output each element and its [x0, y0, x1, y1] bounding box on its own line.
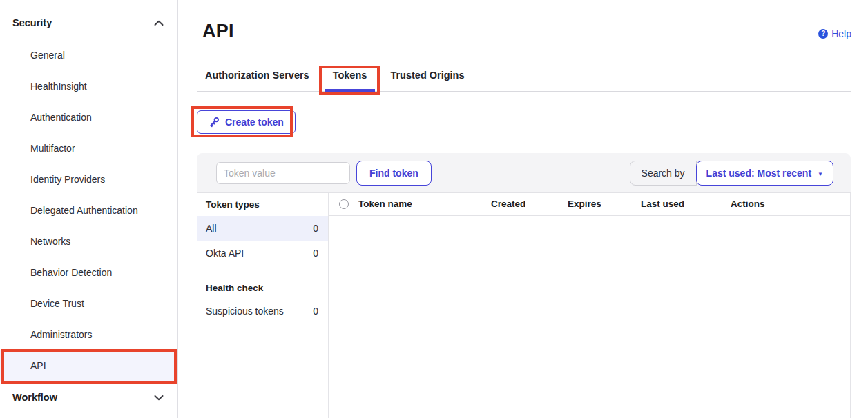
panel-body: Token types All 0 Okta API 0 Health chec… — [197, 193, 851, 418]
token-types-filter: Token types All 0 Okta API 0 Health chec… — [197, 193, 329, 418]
column-header-token-name: Token name — [358, 193, 412, 215]
help-link[interactable]: ? Help — [818, 28, 851, 39]
tab-label: Tokens — [333, 67, 367, 81]
filter-item-label: Suspicious tokens — [206, 306, 284, 317]
filter-item-all[interactable]: All 0 — [197, 216, 328, 241]
find-token-button[interactable]: Find token — [356, 161, 432, 186]
tokens-table: Token name Created Expires Last used Act… — [329, 193, 850, 418]
security-section-label: Security — [12, 17, 52, 28]
sidebar-item-administrators[interactable]: Administrators — [0, 319, 177, 350]
tab-tokens[interactable]: Tokens — [325, 67, 376, 91]
help-link-label: Help — [831, 28, 851, 39]
tab-label: Authorization Servers — [205, 67, 309, 81]
chevron-down-icon — [154, 395, 164, 401]
filter-item-suspicious-tokens[interactable]: Suspicious tokens 0 — [197, 299, 328, 324]
tab-label: Trusted Origins — [390, 67, 464, 81]
tokens-toolbar: Find token Search by Last used: Most rec… — [197, 153, 851, 193]
sidebar-item-behavior-detection[interactable]: Behavior Detection — [0, 257, 177, 288]
key-plus-icon — [209, 117, 220, 128]
sidebar: Security General HealthInsight Authentic… — [0, 0, 178, 418]
search-by-group: Search by Last used: Most recent ▼ — [630, 161, 833, 186]
tabs-row: Authorization Servers Tokens Trusted Ori… — [197, 67, 851, 92]
sidebar-section-security[interactable]: Security — [0, 12, 177, 33]
health-check-title: Health check — [197, 278, 328, 299]
token-value-input[interactable] — [216, 162, 350, 184]
sidebar-item-general[interactable]: General — [0, 40, 177, 71]
sidebar-items: General HealthInsight Authentication Mul… — [0, 40, 177, 381]
search-by-label: Search by — [630, 161, 697, 186]
filter-item-okta-api[interactable]: Okta API 0 — [197, 241, 328, 266]
sidebar-section-workflow[interactable]: Workflow — [0, 387, 177, 408]
column-header-expires: Expires — [568, 193, 601, 215]
help-question-icon: ? — [818, 29, 828, 39]
filter-item-label: All — [206, 223, 217, 234]
column-header-created: Created — [491, 193, 525, 215]
filter-title: Token types — [197, 193, 328, 216]
select-all-radio[interactable] — [339, 199, 349, 209]
tokens-panel: Find token Search by Last used: Most rec… — [197, 153, 851, 418]
tab-authorization-servers[interactable]: Authorization Servers — [197, 67, 318, 91]
sidebar-item-multifactor[interactable]: Multifactor — [0, 133, 177, 164]
table-header-row: Token name Created Expires Last used Act… — [329, 193, 850, 216]
filter-item-count: 0 — [313, 306, 318, 317]
chevron-up-icon — [154, 20, 164, 26]
create-token-button[interactable]: Create token — [197, 110, 296, 134]
chevron-down-icon: ▼ — [818, 171, 823, 177]
sidebar-item-identity-providers[interactable]: Identity Providers — [0, 164, 177, 195]
sidebar-item-authentication[interactable]: Authentication — [0, 102, 177, 133]
filter-item-count: 0 — [313, 223, 318, 234]
sidebar-item-networks[interactable]: Networks — [0, 226, 177, 257]
workflow-section-label: Workflow — [12, 392, 57, 403]
sidebar-item-delegated-authentication[interactable]: Delegated Authentication — [0, 195, 177, 226]
sidebar-item-api[interactable]: API — [0, 350, 177, 381]
sort-dropdown[interactable]: Last used: Most recent ▼ — [696, 161, 833, 186]
tab-trusted-origins[interactable]: Trusted Origins — [382, 67, 472, 91]
sidebar-item-healthinsight[interactable]: HealthInsight — [0, 71, 177, 102]
sort-dropdown-value: Last used: Most recent — [706, 168, 811, 179]
filter-item-count: 0 — [313, 248, 318, 259]
column-header-actions: Actions — [731, 193, 765, 215]
page-title: API — [202, 21, 234, 42]
filter-spacer — [197, 266, 328, 278]
filter-item-label: Okta API — [206, 248, 244, 259]
column-header-last-used: Last used — [641, 193, 684, 215]
create-token-label: Create token — [225, 117, 284, 128]
sidebar-item-device-trust[interactable]: Device Trust — [0, 288, 177, 319]
